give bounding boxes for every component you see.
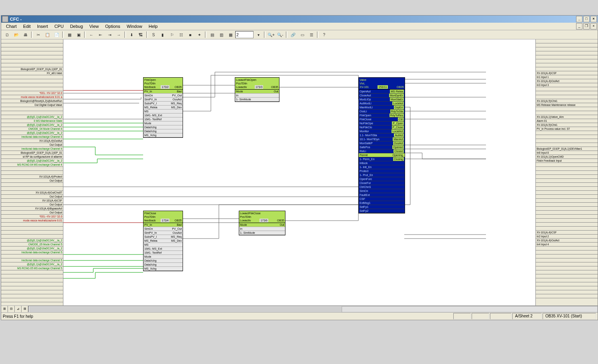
margin-row[interactable]: Out Output <box>1 179 63 183</box>
margin-row[interactable]: *EEL~XV-101* 32.0 <box>1 215 63 219</box>
link-icon[interactable]: 🔗 <box>289 31 297 39</box>
zoom-level-input[interactable] <box>235 31 254 38</box>
margin-row[interactable] <box>536 286 598 290</box>
margin-row[interactable] <box>536 290 598 294</box>
block-io-row[interactable]: MS <box>144 243 183 247</box>
margin-row[interactable]: irectional data exchange Channel 5 <box>1 250 63 254</box>
block-io-row[interactable]: MS <box>144 110 183 114</box>
margin-row[interactable]: MS RCNG 04 MS exchange Channel 4 <box>1 163 63 167</box>
block-io-row[interactable]: In <box>235 94 279 98</box>
margin-row[interactable] <box>536 207 598 211</box>
margin-row[interactable]: In8 Input 8 <box>536 151 598 155</box>
margin-row[interactable] <box>536 107 598 111</box>
margin-row[interactable]: Biologics\EP_01\EP_01(A,1)\EP_01 <box>1 151 63 155</box>
margin-row[interactable] <box>536 270 598 274</box>
block-io-row[interactable]: MS_ReleaMS_Dev <box>144 239 183 243</box>
mdi-close[interactable]: × <box>590 23 597 29</box>
right-icon[interactable]: → <box>114 31 123 39</box>
margin-row[interactable] <box>536 199 598 203</box>
margin-row[interactable] <box>1 235 63 239</box>
block-io-row[interactable]: 1- Perm_EnClosing <box>359 157 405 161</box>
block-io-row[interactable]: FbkOpenRdyToRes <box>359 114 405 117</box>
margin-row[interactable]: XV-101(A,1)\OpenCMD <box>536 155 598 159</box>
margin-row[interactable] <box>1 278 63 282</box>
block-lowactclose[interactable]: LowactFbkClose Pcs7DiIn Lowactiv 173/6 O… <box>239 211 285 235</box>
block-io-row[interactable]: PV_InBad <box>144 223 183 227</box>
block-io-row[interactable]: NoFbkCloP_Close <box>359 125 405 129</box>
block-io-row[interactable]: DataXchg <box>144 125 183 129</box>
block-io-row[interactable]: PermitOpening <box>359 153 405 157</box>
back-icon[interactable]: ⇤ <box>96 31 105 39</box>
block-io-row[interactable]: FaultExt <box>359 193 405 197</box>
margin-row[interactable]: @(8)(E,1)\@16aDC24V__Ia_2 <box>1 247 63 250</box>
paste-icon[interactable]: 📄 <box>52 31 61 39</box>
title-bar[interactable]: CFC - _ □ × <box>1 16 598 23</box>
close-button[interactable]: × <box>590 16 597 22</box>
block-io-row[interactable]: 16#1- MS_Ext <box>144 247 183 251</box>
zoomin-icon[interactable]: 🔍+ <box>267 31 275 39</box>
block-io-row[interactable]: CloseAutMonDynEr <box>359 94 405 98</box>
margin-row[interactable]: XV-101(A,5)\Chk1 <box>536 99 598 103</box>
block-fbkopen[interactable]: FbkOpen Pcs7DiIn feedback 173/2 OB35 PV_… <box>143 77 183 138</box>
margin-row[interactable]: Biologics\\@Reset(A,2)\@ActiveRun <box>1 99 63 103</box>
margin-row[interactable] <box>536 67 598 71</box>
dropdown-icon[interactable]: ▾ <box>254 31 263 39</box>
margin-row[interactable] <box>1 270 63 274</box>
scroll-thumb[interactable] <box>29 306 342 313</box>
tab-last[interactable]: ⊞ <box>22 306 28 312</box>
margin-row[interactable]: OMODE_05 Mode Channel 5 <box>1 243 63 247</box>
margin-row[interactable] <box>1 171 63 175</box>
block-io-row[interactable]: OosLiRdyToSta <box>359 110 405 114</box>
margin-row[interactable] <box>536 63 598 67</box>
margin-row[interactable] <box>536 171 598 175</box>
block-io-row[interactable]: SafePosOpened <box>359 145 405 149</box>
block-io-row[interactable]: 16#1- MS_Ext <box>144 114 183 117</box>
block-io-row[interactable]: CloseFor <box>359 181 405 185</box>
margin-row[interactable] <box>536 247 598 250</box>
margin-row[interactable] <box>536 135 598 139</box>
margin-row[interactable] <box>536 43 598 47</box>
margin-row[interactable]: In4 Input 4 <box>536 243 598 247</box>
margin-row[interactable] <box>536 187 598 191</box>
menu-chart[interactable]: Chart <box>3 24 20 29</box>
menu-window[interactable]: Window <box>124 24 146 29</box>
margin-row[interactable] <box>536 183 598 187</box>
block-io-row[interactable]: Mode <box>144 121 183 125</box>
margin-row[interactable] <box>1 294 63 298</box>
margin-row[interactable] <box>536 254 598 258</box>
block-io-row[interactable]: MS_ReleaMS_Dev <box>144 106 183 110</box>
margin-row[interactable] <box>536 179 598 183</box>
block-io-row[interactable]: SimOn <box>359 189 405 193</box>
maximize-button[interactable]: □ <box>583 16 590 22</box>
block-io-row[interactable]: ModeOut <box>235 90 279 94</box>
margin-row[interactable]: @(8)(E,1)\@16aDC24V__Ia_2 <box>1 115 63 119</box>
margin-row[interactable]: moda vasca neutralizzazione 8.01 <box>1 219 63 223</box>
menu-help[interactable]: Help <box>146 24 161 29</box>
margin-row[interactable]: Biologics\EP_01\EP_01(A,1)\EP_01 <box>1 67 63 71</box>
block-io-row[interactable]: SubsPV_IMS_Req <box>144 235 183 239</box>
tab-next[interactable]: ⊿ <box>15 306 22 312</box>
margin-row[interactable] <box>536 278 598 282</box>
margin-row[interactable] <box>536 47 598 51</box>
grid-icon[interactable]: ☷ <box>177 31 185 39</box>
margin-row[interactable]: Alarm 01 <box>536 119 598 123</box>
margin-row[interactable] <box>1 47 63 51</box>
compile-icon[interactable]: 🏗 <box>136 31 145 39</box>
block-io-row[interactable]: Intlock <box>359 161 405 165</box>
block-io-row[interactable]: SubsPV_IMS_Req <box>144 102 183 106</box>
block-io-row[interactable]: AutModLiLockAct <box>359 102 405 106</box>
block-io-row[interactable]: NoFbkOpeP_Open <box>359 121 405 125</box>
margin-row[interactable]: *EEL~XV-101* 32.0 <box>1 91 63 95</box>
block-io-row[interactable]: SimOnPV_Out <box>144 227 183 231</box>
margin-row[interactable] <box>536 274 598 278</box>
block-io-row[interactable]: MonSafePOosAct <box>359 141 405 145</box>
margin-row[interactable] <box>1 298 63 302</box>
block-io-row[interactable]: OpenAutMS Relea <box>359 90 405 94</box>
margin-row[interactable] <box>536 143 598 147</box>
block-io-row[interactable]: CtrlChnS <box>359 185 405 189</box>
margin-row[interactable] <box>1 75 63 79</box>
margin-row[interactable] <box>536 215 598 219</box>
margin-row[interactable] <box>1 282 63 286</box>
margin-row[interactable]: Out Output <box>1 195 63 199</box>
margin-row[interactable] <box>1 286 63 290</box>
